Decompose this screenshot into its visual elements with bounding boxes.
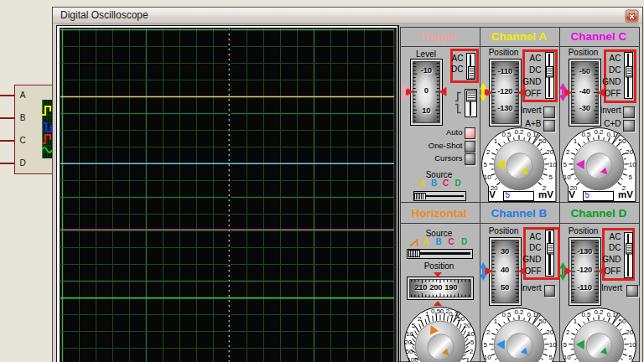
svg-text:5: 5 [628, 173, 632, 181]
svg-text:0.2: 0.2 [514, 128, 524, 136]
svg-text:50: 50 [538, 318, 546, 325]
svg-text:2: 2 [469, 347, 473, 354]
svg-text:5: 5 [628, 353, 632, 360]
svg-text:2: 2 [486, 328, 491, 335]
svg-text:1: 1 [425, 310, 429, 318]
svg-text:20: 20 [546, 148, 553, 156]
svg-text:20: 20 [626, 328, 633, 335]
svg-text:0.5: 0.5 [501, 310, 512, 318]
svg-text:50: 50 [538, 137, 546, 145]
svg-text:10: 10 [628, 340, 636, 348]
svg-text:10: 10 [467, 329, 475, 337]
svg-text:0.5: 0.5 [501, 131, 512, 138]
svg-text:10: 10 [483, 353, 491, 360]
svg-text:5: 5 [548, 173, 553, 181]
svg-text:0.2: 0.2 [514, 308, 524, 315]
svg-text:2: 2 [566, 328, 570, 335]
svg-text:10: 10 [563, 353, 570, 360]
svg-text:2: 2 [566, 148, 570, 156]
svg-text:50: 50 [618, 318, 626, 325]
svg-text:50: 50 [405, 347, 413, 354]
svg-text:20: 20 [463, 321, 470, 328]
svg-text:2: 2 [486, 148, 491, 156]
svg-text:5: 5 [411, 321, 415, 328]
svg-text:10: 10 [563, 173, 570, 181]
svg-text:0.1: 0.1 [606, 310, 616, 318]
svg-text:5: 5 [483, 340, 487, 348]
svg-text:5: 5 [483, 161, 487, 168]
svg-text:10: 10 [628, 161, 636, 168]
svg-text:5: 5 [470, 339, 475, 346]
svg-text:1: 1 [573, 318, 577, 325]
svg-text:2: 2 [417, 314, 421, 322]
svg-text:20: 20 [546, 328, 553, 335]
svg-text:0.1: 0.1 [606, 131, 616, 138]
svg-text:0.1: 0.1 [527, 131, 537, 138]
svg-text:10: 10 [483, 173, 491, 181]
svg-text:1: 1 [573, 137, 577, 145]
svg-text:1: 1 [493, 318, 497, 325]
svg-text:0.5: 0.5 [581, 131, 591, 138]
svg-text:20: 20 [626, 148, 633, 156]
svg-text:0.2: 0.2 [594, 308, 604, 315]
svg-text:1: 1 [465, 355, 470, 362]
svg-text:5: 5 [563, 340, 567, 348]
svg-text:5: 5 [548, 353, 553, 360]
svg-text:20: 20 [404, 339, 412, 346]
svg-text:1: 1 [493, 137, 497, 145]
svg-text:0.2: 0.2 [594, 128, 604, 136]
svg-text:0.5: 0.5 [581, 310, 591, 318]
svg-text:50: 50 [618, 137, 626, 145]
svg-text:5: 5 [563, 161, 567, 168]
svg-text:100: 100 [407, 355, 418, 362]
svg-text:0.1: 0.1 [527, 310, 537, 318]
svg-text:10: 10 [405, 329, 413, 337]
